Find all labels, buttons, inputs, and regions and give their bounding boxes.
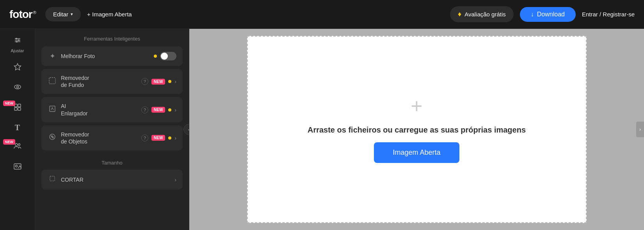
sidebar-item-photo[interactable]	[0, 158, 35, 177]
svg-point-7	[16, 86, 18, 88]
canvas-open-button[interactable]: Imagem Aberta	[374, 142, 459, 163]
svg-rect-20	[50, 176, 55, 181]
sidebar-item-ajustar[interactable]: Ajustar	[0, 32, 35, 57]
svg-point-3	[16, 38, 17, 39]
panel-collapse-button[interactable]: ‹	[183, 124, 189, 135]
removedor-objetos-dot	[168, 136, 171, 140]
svg-point-13	[18, 144, 20, 146]
svg-rect-10	[14, 108, 17, 110]
cortar-icon	[48, 175, 57, 184]
svg-point-12	[15, 143, 18, 146]
svg-rect-16	[49, 78, 55, 84]
tools-panel: Ferramentas Inteligentes ✦ Melhorar Foto…	[35, 29, 189, 230]
tool-cortar[interactable]: CORTAR ›	[41, 170, 183, 189]
ajustar-icon	[13, 36, 22, 47]
canvas-open-label: Imagem Aberta	[393, 149, 440, 156]
new-badge-people: NEW	[3, 139, 15, 145]
tools-section-title: Ferramentas Inteligentes	[35, 29, 189, 46]
ai-enlargador-help[interactable]: ?	[141, 106, 148, 113]
right-collapse-button[interactable]: ›	[636, 122, 644, 137]
tools-section-title2: Tamanho	[35, 154, 189, 170]
photo-icon	[13, 162, 22, 173]
logo-sup: ®	[33, 10, 36, 15]
removedor-objetos-help[interactable]: ?	[141, 134, 148, 142]
canvas-area: + Arraste os ficheiros ou carregue as su…	[189, 29, 644, 230]
removedor-fundo-chevron-icon: ›	[174, 78, 176, 85]
download-arrow-icon: ↓	[531, 11, 534, 18]
cortar-label: CORTAR	[61, 177, 171, 183]
tool-melhorar-foto[interactable]: ✦ Melhorar Foto	[41, 46, 183, 66]
logo: fotor®	[9, 8, 36, 21]
tool-ai-enlargador[interactable]: AIEnlargador ? NEW ›	[41, 97, 183, 122]
eye-icon	[13, 83, 22, 94]
svg-rect-17	[50, 106, 55, 111]
topbar-right: ♦ Avaliação grátis ↓ Download Entrar / R…	[450, 6, 635, 22]
new-badge-elements: NEW	[3, 101, 15, 106]
sidebar-item-text[interactable]: T	[0, 119, 35, 136]
svg-rect-9	[18, 104, 21, 107]
removedor-objetos-label: Removedorde Objetos	[61, 131, 137, 145]
sidebar-item-eye[interactable]	[0, 79, 35, 97]
ai-enlargador-dot	[168, 108, 171, 111]
trial-button[interactable]: ♦ Avaliação grátis	[450, 6, 514, 22]
melhorar-foto-label: Melhorar Foto	[61, 53, 150, 59]
removedor-fundo-label: Removedorde Fundo	[61, 74, 137, 88]
removedor-fundo-icon	[48, 77, 57, 86]
ai-enlargador-chevron-icon: ›	[174, 107, 176, 113]
diamond-icon: ♦	[458, 10, 461, 18]
svg-point-5	[16, 41, 18, 42]
download-button[interactable]: ↓ Download	[520, 7, 576, 22]
main-layout: Ajustar NEW T NEW	[0, 29, 644, 230]
open-image-label: + Imagem Aberta	[87, 11, 132, 18]
cortar-chevron-icon: ›	[174, 177, 176, 183]
download-label: Download	[537, 11, 565, 18]
removedor-objetos-actions: ? NEW ›	[141, 134, 176, 142]
ai-enlargador-actions: ? NEW ›	[141, 106, 176, 113]
tool-removedor-fundo[interactable]: Removedorde Fundo ? NEW ›	[41, 69, 183, 94]
ai-enlargador-new-tag: NEW	[151, 107, 165, 113]
svg-rect-11	[18, 108, 21, 110]
svg-point-15	[15, 165, 17, 167]
sidebar-item-beauty[interactable]	[0, 58, 35, 77]
removedor-objetos-chevron-icon: ›	[174, 135, 176, 141]
melhorar-foto-toggle[interactable]	[160, 52, 176, 60]
login-button[interactable]: Entrar / Registrar-se	[582, 11, 635, 18]
beauty-icon	[13, 62, 22, 73]
melhorar-foto-dot	[154, 55, 157, 58]
edit-button[interactable]: Editar ▾	[45, 7, 81, 21]
logo-text: fotor	[9, 8, 32, 21]
removedor-fundo-actions: ? NEW ›	[141, 78, 176, 85]
sidebar-item-people[interactable]: NEW	[0, 138, 35, 156]
canvas-container[interactable]: + Arraste os ficheiros ou carregue as su…	[247, 36, 587, 223]
topbar: fotor® Editar ▾ + Imagem Aberta ♦ Avalia…	[0, 0, 644, 29]
trial-label: Avaliação grátis	[464, 11, 506, 18]
removedor-objetos-icon	[48, 133, 57, 142]
tool-removedor-objetos[interactable]: Removedorde Objetos ? NEW ›	[41, 126, 183, 150]
open-image-button[interactable]: + Imagem Aberta	[87, 11, 132, 18]
melhorar-foto-actions	[154, 52, 176, 60]
svg-point-6	[14, 85, 21, 89]
melhorar-foto-icon: ✦	[48, 52, 57, 60]
text-icon: T	[15, 123, 20, 132]
removedor-fundo-dot	[168, 80, 171, 83]
sidebar-item-label-ajustar: Ajustar	[11, 48, 24, 53]
login-label: Entrar / Registrar-se	[582, 11, 635, 18]
ai-enlargador-icon	[48, 105, 57, 114]
sidebar-item-elements[interactable]: NEW	[0, 99, 35, 118]
ai-enlargador-label: AIEnlargador	[61, 103, 137, 117]
removedor-objetos-new-tag: NEW	[151, 135, 165, 141]
canvas-plus-icon: +	[411, 96, 422, 116]
edit-label: Editar	[53, 11, 68, 18]
svg-point-4	[18, 39, 20, 41]
removedor-fundo-help[interactable]: ?	[141, 78, 148, 85]
icon-nav: Ajustar NEW T NEW	[0, 29, 35, 230]
canvas-drag-text: Arraste os ficheiros ou carregue as suas…	[308, 126, 526, 134]
edit-chevron-icon: ▾	[71, 12, 73, 17]
removedor-fundo-new-tag: NEW	[151, 79, 165, 85]
